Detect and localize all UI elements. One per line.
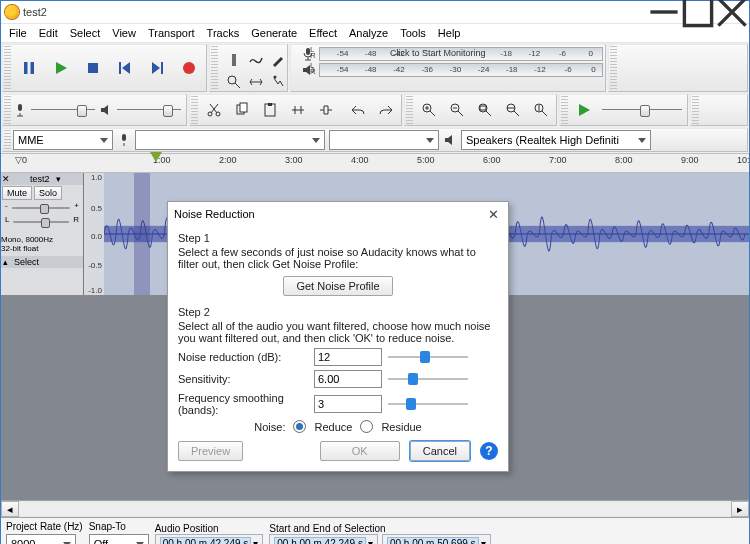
svg-rect-0 — [684, 0, 711, 26]
playhead-pin-icon[interactable] — [150, 152, 162, 162]
noise-reduction-dialog: Noise Reduction ✕ Step 1 Select a few se… — [167, 201, 509, 472]
select-button[interactable]: Select — [14, 257, 39, 267]
undo-button[interactable] — [345, 96, 371, 124]
scroll-left-button[interactable]: ◂ — [1, 501, 19, 517]
playback-meter[interactable]: LR -54 -48 -42 -36 -30 -24 -18 -12 -6 0 — [319, 63, 603, 77]
record-channels-combo[interactable] — [329, 130, 439, 150]
cut-button[interactable] — [201, 96, 227, 124]
solo-button[interactable]: Solo — [34, 186, 62, 200]
noise-reduction-slider[interactable] — [388, 350, 468, 364]
menu-transport[interactable]: Transport — [142, 26, 201, 40]
pan-slider[interactable] — [13, 216, 69, 228]
close-button[interactable] — [715, 1, 749, 23]
get-noise-profile-button[interactable]: Get Noise Profile — [283, 276, 392, 296]
freq-smoothing-input[interactable] — [314, 395, 382, 413]
skip-start-button[interactable] — [110, 53, 140, 83]
zoom-toggle-button[interactable] — [528, 96, 554, 124]
maximize-button[interactable] — [681, 1, 715, 23]
multi-tool[interactable] — [265, 68, 291, 96]
app-logo-icon — [5, 5, 19, 19]
noise-reduction-input[interactable] — [314, 348, 382, 366]
menu-select[interactable]: Select — [64, 26, 107, 40]
fit-project-button[interactable] — [500, 96, 526, 124]
host-combo[interactable]: MME — [13, 130, 113, 150]
svg-rect-1 — [24, 62, 28, 74]
svg-rect-10 — [18, 104, 22, 111]
audio-position-field[interactable]: 00 h 00 m 42.249 s▾ — [155, 534, 264, 545]
trim-button[interactable] — [285, 96, 311, 124]
snap-combo[interactable]: Off — [89, 534, 149, 544]
audio-position-label: Audio Position — [155, 523, 264, 534]
record-button[interactable] — [174, 53, 204, 83]
residue-radio[interactable] — [360, 420, 373, 433]
selection-end-field[interactable]: 00 h 00 m 50.699 s▾ — [382, 534, 491, 545]
stop-button[interactable] — [78, 53, 108, 83]
svg-rect-5 — [161, 62, 163, 74]
noise-reduction-label: Noise reduction (dB): — [178, 351, 308, 363]
sensitivity-slider[interactable] — [388, 372, 468, 386]
sensitivity-input[interactable] — [314, 370, 382, 388]
svg-rect-3 — [88, 63, 98, 73]
ok-button[interactable]: OK — [320, 441, 400, 461]
timeline-ruler[interactable]: ▽0 1:00 2:00 3:00 4:00 5:00 6:00 7:00 8:… — [1, 153, 749, 173]
svg-point-7 — [228, 76, 236, 84]
play-at-speed-toolbar — [559, 94, 688, 126]
selection-start-field[interactable]: 00 h 00 m 42.249 s▾ — [269, 534, 378, 545]
tools-toolbar — [209, 44, 288, 92]
silence-button[interactable] — [313, 96, 339, 124]
selection-bar: Project Rate (Hz) 8000 Snap-To Off Audio… — [1, 517, 749, 544]
skip-end-button[interactable] — [142, 53, 172, 83]
reduce-radio[interactable] — [293, 420, 306, 433]
step2-text: Select all of the audio you want filtere… — [178, 320, 498, 344]
noise-label: Noise: — [254, 421, 285, 433]
pause-button[interactable] — [14, 53, 44, 83]
selection-region[interactable] — [134, 173, 150, 295]
menu-help[interactable]: Help — [432, 26, 467, 40]
minimize-button[interactable] — [647, 1, 681, 23]
fit-selection-button[interactable] — [472, 96, 498, 124]
menu-generate[interactable]: Generate — [245, 26, 303, 40]
record-device-combo[interactable] — [135, 130, 325, 150]
playback-volume-slider[interactable] — [117, 103, 181, 117]
menu-file[interactable]: File — [3, 26, 33, 40]
menu-effect[interactable]: Effect — [303, 26, 343, 40]
menu-tracks[interactable]: Tracks — [201, 26, 246, 40]
menu-edit[interactable]: Edit — [33, 26, 64, 40]
record-meter[interactable]: LR Click to Start Monitoring -54 -48 -42… — [319, 47, 603, 61]
menu-view[interactable]: View — [106, 26, 142, 40]
step2-label: Step 2 — [178, 306, 498, 318]
play-at-speed-button[interactable] — [571, 96, 597, 124]
mute-button[interactable]: Mute — [2, 186, 32, 200]
zoom-in-button[interactable] — [416, 96, 442, 124]
track-name[interactable]: test2 — [30, 174, 56, 184]
project-rate-combo[interactable]: 8000 — [6, 534, 76, 544]
paste-button[interactable] — [257, 96, 283, 124]
edit-toolbar — [189, 94, 402, 126]
snap-label: Snap-To — [89, 521, 149, 532]
speaker-icon — [443, 133, 457, 147]
help-button[interactable]: ? — [480, 442, 498, 460]
mic-icon — [117, 133, 131, 147]
window-title: test2 — [23, 6, 647, 18]
dialog-close-button[interactable]: ✕ — [484, 205, 502, 223]
menu-tools[interactable]: Tools — [394, 26, 432, 40]
preview-button[interactable]: Preview — [178, 441, 243, 461]
freq-smoothing-slider[interactable] — [388, 397, 468, 411]
menu-analyze[interactable]: Analyze — [343, 26, 394, 40]
scroll-right-button[interactable]: ▸ — [731, 501, 749, 517]
horizontal-scrollbar[interactable]: ◂ ▸ — [1, 500, 749, 517]
app-window: test2 File Edit Select View Transport Tr… — [0, 0, 750, 544]
record-volume-slider[interactable] — [31, 103, 95, 117]
zoom-toolbar — [404, 94, 557, 126]
zoom-out-button[interactable] — [444, 96, 470, 124]
project-rate-label: Project Rate (Hz) — [6, 521, 83, 532]
play-speed-slider[interactable] — [602, 103, 682, 117]
track-header[interactable]: ✕test2▾ MuteSolo -+ LR Mono, 8000Hz 32-b… — [1, 173, 84, 295]
cancel-button[interactable]: Cancel — [410, 441, 470, 461]
copy-button[interactable] — [229, 96, 255, 124]
redo-button[interactable] — [373, 96, 399, 124]
playback-device-combo[interactable]: Speakers (Realtek High Definiti — [461, 130, 651, 150]
play-button[interactable] — [46, 53, 76, 83]
gain-slider[interactable] — [12, 202, 71, 214]
speaker-icon — [99, 103, 113, 117]
